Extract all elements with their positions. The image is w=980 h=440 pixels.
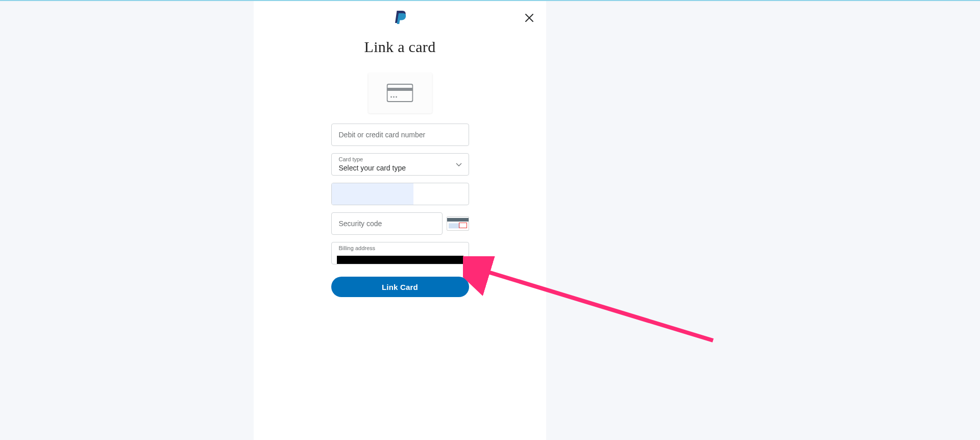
card-type-value: Select your card type [339, 164, 406, 172]
expiration-field[interactable] [331, 183, 469, 205]
svg-point-4 [396, 96, 397, 98]
link-card-form: Card type Select your card type [331, 124, 469, 297]
paypal-logo-icon [394, 10, 407, 26]
svg-rect-0 [387, 84, 413, 102]
security-code-row [331, 212, 469, 235]
card-number-input[interactable] [332, 124, 469, 145]
billing-address-select[interactable]: Billing address [331, 242, 469, 264]
autofill-highlight [332, 183, 414, 205]
card-type-label: Card type [339, 156, 363, 162]
svg-point-2 [390, 96, 392, 98]
credit-card-icon [387, 84, 413, 102]
viewport: Close Link a card Card type Select your … [0, 0, 980, 440]
card-illustration [368, 72, 432, 113]
billing-address-label: Billing address [339, 245, 376, 251]
close-button[interactable]: Close [524, 12, 535, 23]
cvv-hint-icon [447, 216, 469, 231]
link-card-button[interactable]: Link Card [331, 277, 469, 297]
card-number-field[interactable] [331, 124, 469, 146]
security-code-input[interactable] [332, 213, 442, 234]
card-type-select[interactable]: Card type Select your card type [331, 153, 469, 176]
security-code-field[interactable] [331, 212, 443, 235]
chevron-down-icon [455, 161, 462, 168]
link-card-modal: Close Link a card Card type Select your … [254, 1, 546, 440]
page-title: Link a card [254, 38, 546, 56]
redacted-address [337, 256, 463, 264]
svg-point-3 [393, 96, 395, 98]
svg-rect-1 [387, 88, 413, 91]
